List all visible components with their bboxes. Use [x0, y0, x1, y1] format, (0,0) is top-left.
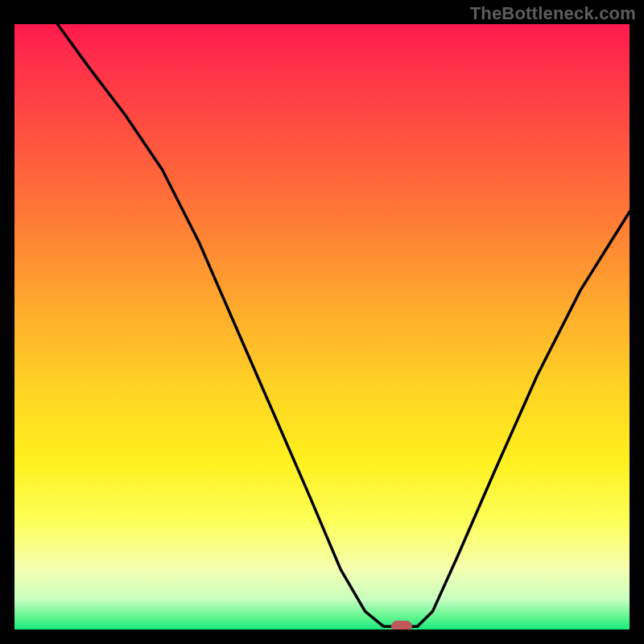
bottleneck-curve: [58, 24, 630, 626]
chart-frame: TheBottleneck.com: [0, 0, 644, 644]
optimal-point-marker: [391, 621, 412, 630]
curve-svg: [14, 24, 630, 630]
plot-outer: [14, 24, 630, 630]
plot-area: [14, 24, 630, 630]
watermark-text: TheBottleneck.com: [470, 3, 636, 24]
